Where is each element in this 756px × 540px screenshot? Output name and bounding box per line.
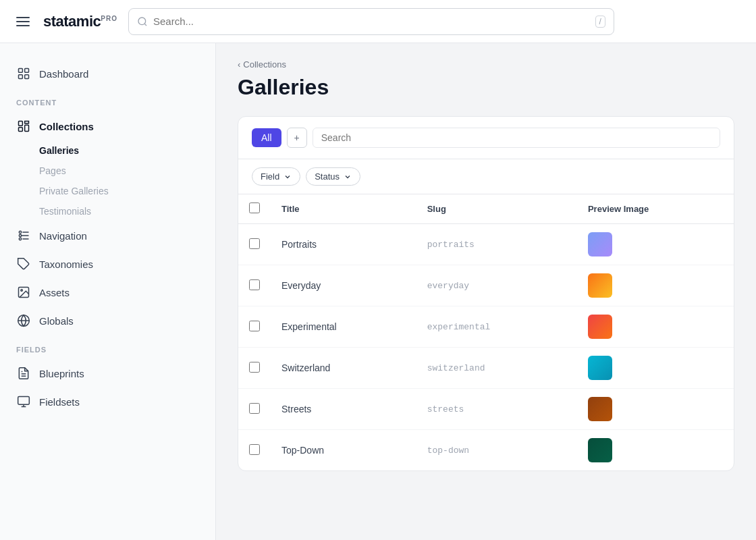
table-header-row: Title Slug Preview Image [238, 194, 734, 224]
sidebar-assets-label: Assets [39, 287, 70, 298]
status-filter-button[interactable]: Status [306, 167, 360, 186]
preview-thumbnail [588, 397, 612, 421]
table-row: Experimental experimental [238, 306, 734, 348]
row-checkbox-cell[interactable] [238, 224, 271, 265]
select-all-header[interactable] [238, 194, 271, 224]
section-content-label: CONTENT [0, 88, 215, 112]
select-all-checkbox[interactable] [249, 202, 260, 213]
topbar: statamicPRO / [0, 0, 756, 43]
sidebar-item-collections[interactable]: Collections [0, 112, 215, 140]
dashboard-icon [16, 66, 31, 81]
status-filter-label: Status [315, 171, 340, 182]
sidebar-item-blueprints[interactable]: Blueprints [0, 359, 215, 387]
breadcrumb-chevron-icon: ‹ [238, 59, 240, 70]
row-checkbox[interactable] [249, 444, 260, 455]
row-title[interactable]: Everyday [271, 265, 416, 306]
taxonomies-icon [16, 256, 31, 271]
sidebar: Dashboard CONTENT Collections Galleries … [0, 43, 216, 540]
row-checkbox[interactable] [249, 238, 260, 249]
sidebar-sub-testimonials[interactable]: Testimonials [0, 201, 215, 221]
row-title[interactable]: Top-Down [271, 430, 416, 471]
sidebar-collections-label: Collections [39, 121, 94, 132]
breadcrumb-label: Collections [243, 59, 286, 70]
svg-rect-18 [18, 397, 30, 405]
svg-point-0 [138, 18, 146, 25]
hamburger-button[interactable] [14, 14, 32, 29]
row-checkbox[interactable] [249, 362, 260, 373]
tab-add-button[interactable]: + [287, 128, 307, 148]
sidebar-item-fieldsets[interactable]: Fieldsets [0, 387, 215, 416]
row-checkbox-cell[interactable] [238, 430, 271, 471]
row-title[interactable]: Switzerland [271, 348, 416, 389]
row-preview [577, 224, 734, 265]
layout: Dashboard CONTENT Collections Galleries … [0, 43, 756, 540]
row-checkbox[interactable] [249, 321, 260, 331]
row-slug: portraits [416, 224, 577, 265]
tab-all-button[interactable]: All [252, 128, 281, 147]
fieldsets-icon [16, 394, 31, 409]
table-row: Everyday everyday [238, 265, 734, 306]
field-filter-label: Field [261, 171, 279, 182]
svg-rect-3 [19, 75, 23, 79]
section-fields-label: FIELDS [0, 335, 215, 359]
svg-rect-1 [19, 69, 23, 73]
filter-row: Field Status [238, 159, 734, 194]
row-slug: streets [416, 389, 577, 430]
sidebar-fieldsets-label: Fieldsets [39, 396, 80, 408]
row-title[interactable]: Experimental [271, 306, 416, 348]
row-preview [577, 265, 734, 306]
table-card: All + Field Status [238, 116, 734, 471]
globals-icon [16, 313, 31, 328]
row-slug: top-down [416, 430, 577, 471]
global-search[interactable]: / [128, 8, 614, 35]
breadcrumb[interactable]: ‹ Collections [238, 59, 734, 70]
preview-thumbnail [588, 315, 612, 339]
svg-rect-4 [25, 75, 29, 79]
sidebar-item-navigation[interactable]: Navigation [0, 221, 215, 250]
preview-thumbnail [588, 438, 612, 462]
chevron-down-icon [284, 173, 292, 181]
table-row: Portraits portraits [238, 224, 734, 265]
preview-thumbnail [588, 232, 612, 256]
table-search-input[interactable] [313, 128, 720, 148]
sidebar-blueprints-label: Blueprints [39, 368, 84, 379]
sidebar-item-taxonomies[interactable]: Taxonomies [0, 250, 215, 278]
preview-thumbnail [588, 356, 612, 380]
blueprints-icon [16, 366, 31, 381]
logo-text: statamic [43, 13, 101, 30]
row-title[interactable]: Portraits [271, 224, 416, 265]
slug-header: Slug [416, 194, 577, 224]
row-checkbox-cell[interactable] [238, 265, 271, 306]
search-icon [137, 16, 148, 27]
row-preview [577, 389, 734, 430]
svg-point-9 [19, 238, 21, 240]
row-checkbox-cell[interactable] [238, 306, 271, 348]
row-checkbox-cell[interactable] [238, 389, 271, 430]
sidebar-sub-private-galleries[interactable]: Private Galleries [0, 181, 215, 201]
sidebar-dashboard-label: Dashboard [39, 68, 88, 80]
sidebar-navigation-label: Navigation [39, 230, 87, 242]
sidebar-item-dashboard[interactable]: Dashboard [0, 59, 215, 88]
row-title[interactable]: Streets [271, 389, 416, 430]
svg-point-8 [19, 231, 21, 233]
search-input[interactable] [153, 16, 590, 27]
search-shortcut: / [595, 16, 605, 28]
sidebar-sub-galleries[interactable]: Galleries [0, 140, 215, 161]
title-header: Title [271, 194, 416, 224]
sidebar-item-assets[interactable]: Assets [0, 278, 215, 306]
svg-rect-7 [25, 125, 29, 131]
row-preview [577, 306, 734, 348]
collections-icon [16, 119, 31, 134]
row-checkbox-cell[interactable] [238, 348, 271, 389]
sidebar-sub-pages[interactable]: Pages [0, 161, 215, 181]
sidebar-item-globals[interactable]: Globals [0, 306, 215, 335]
row-checkbox[interactable] [249, 279, 260, 290]
preview-image-header: Preview Image [577, 194, 734, 224]
sidebar-globals-label: Globals [39, 315, 74, 327]
preview-thumbnail [588, 273, 612, 298]
svg-point-10 [19, 234, 21, 236]
row-checkbox[interactable] [249, 403, 260, 414]
logo: statamicPRO [43, 13, 117, 30]
table-toolbar: All + [238, 117, 734, 159]
field-filter-button[interactable]: Field [252, 167, 300, 186]
